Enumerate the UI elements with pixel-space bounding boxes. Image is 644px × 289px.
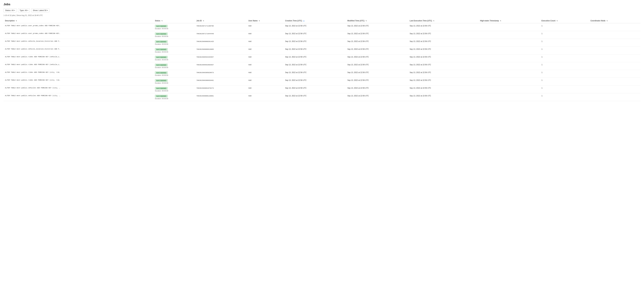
cell-job-id: 796391566305820673	[195, 70, 247, 78]
cell-highwater-timestamp	[478, 62, 540, 70]
cell-modified-time: Sep 13, 2022 at 22:56 UTC	[346, 55, 408, 62]
table-row[interactable]: ALTER TABLE movr.public.vehicles ADD FOR…	[4, 93, 640, 101]
cell-highwater-timestamp	[478, 55, 540, 62]
cell-coordinator-node	[589, 70, 640, 78]
table-row[interactable]: ALTER TABLE movr.public.vehicle_location…	[4, 39, 640, 47]
cell-coordinator-node	[589, 31, 640, 39]
cell-status: SUCCEEDED Duration: 00:00:00	[154, 86, 195, 93]
type-filter-label: Type: All	[20, 9, 27, 12]
cell-description: ALTER TABLE movr.public.rides ADD FOREIG…	[4, 70, 154, 78]
col-description[interactable]: Description ⇅	[4, 19, 154, 23]
cell-execution-count: 1	[540, 31, 589, 39]
cell-description: ALTER TABLE movr.public.vehicles ADD FOR…	[4, 93, 154, 101]
cell-last-execution-time: Sep 13, 2022 at 22:56 UTC	[408, 39, 478, 47]
table-row[interactable]: ALTER TABLE movr.public.rides ADD FOREIG…	[4, 70, 640, 78]
cell-creation-time: Sep 13, 2022 at 22:56 UTC	[284, 47, 346, 55]
cell-job-id: 796391567171944449	[195, 31, 247, 39]
cell-creation-time: Sep 13, 2022 at 22:56 UTC	[284, 62, 346, 70]
cell-highwater-timestamp	[478, 31, 540, 39]
cell-status: SUCCEEDED Duration: 00:00:00	[154, 31, 195, 39]
cell-user-name: root	[247, 47, 284, 55]
cell-user-name: root	[247, 86, 284, 93]
filter-bar: Status: All ▾ Type: All ▾ Show: Latest 5…	[4, 8, 640, 12]
cell-description: ALTER TABLE movr.public.vehicles ADD FOR…	[4, 86, 154, 93]
cell-job-id: 796391566001078273	[195, 86, 247, 93]
cell-highwater-timestamp	[478, 23, 540, 31]
cell-creation-time: Sep 13, 2022 at 22:56 UTC	[284, 78, 346, 86]
col-coordinator-node[interactable]: Coordinator Node ⇅	[589, 19, 640, 23]
cell-job-id: 796391567171190785	[195, 23, 247, 31]
type-filter-chevron-icon: ▾	[28, 10, 28, 11]
col-job-id[interactable]: Job ID ⇅	[195, 19, 247, 23]
cell-status: SUCCEEDED Duration: 00:00:00	[154, 78, 195, 86]
col-execution-count[interactable]: Execution Count ⇅	[540, 19, 589, 23]
col-last-execution-time[interactable]: Last Execution Time (UTC) ⇅	[408, 19, 478, 23]
col-status[interactable]: Status ⇅	[154, 19, 195, 23]
cell-user-name: root	[247, 70, 284, 78]
col-modified-time[interactable]: Modified Time (UTC) ⇅	[346, 19, 408, 23]
sort-coordinator-icon: ⇅	[606, 20, 608, 22]
cell-coordinator-node	[589, 47, 640, 55]
cell-modified-time: Sep 13, 2022 at 22:56 UTC	[346, 86, 408, 93]
cell-last-execution-time: Sep 13, 2022 at 22:56 UTC	[408, 93, 478, 101]
cell-highwater-timestamp	[478, 70, 540, 78]
table-row[interactable]: ALTER TABLE movr.public.rides ADD FOREIG…	[4, 78, 640, 86]
cell-description: ALTER TABLE movr.public.user_promo_codes…	[4, 31, 154, 39]
sort-description-icon: ⇅	[16, 20, 17, 22]
cell-job-id: 796391566906916865	[195, 47, 247, 55]
cell-modified-time: Sep 13, 2022 at 22:56 UTC	[346, 93, 408, 101]
cell-user-name: root	[247, 55, 284, 62]
cell-job-id: 796391566562983937	[195, 62, 247, 70]
sort-execcount-icon: ⇅	[556, 20, 558, 22]
sort-lastexec-icon: ⇅	[433, 20, 434, 22]
cell-modified-time: Sep 13, 2022 at 22:56 UTC	[346, 70, 408, 78]
cell-execution-count: 1	[540, 93, 589, 101]
sort-highwater-icon: ⇅	[500, 20, 501, 22]
cell-description: ALTER TABLE movr.public.rides ADD FOREIG…	[4, 62, 154, 70]
cell-last-execution-time: Sep 13, 2022 at 22:56 UTC	[408, 31, 478, 39]
show-filter-chevron-icon: ▾	[47, 10, 48, 11]
cell-user-name: root	[247, 62, 284, 70]
cell-modified-time: Sep 13, 2022 at 22:56 UTC	[346, 47, 408, 55]
cell-modified-time: Sep 13, 2022 at 22:56 UTC	[346, 31, 408, 39]
cell-job-id: 796391566564294657	[195, 55, 247, 62]
type-filter[interactable]: Type: All ▾	[18, 8, 30, 12]
cell-creation-time: Sep 13, 2022 at 22:56 UTC	[284, 31, 346, 39]
cell-status: SUCCEEDED Duration: 00:00:00	[154, 47, 195, 55]
cell-execution-count: 1	[540, 23, 589, 31]
cell-execution-count: 1	[540, 62, 589, 70]
table-row[interactable]: ALTER TABLE movr.public.user_promo_codes…	[4, 31, 640, 39]
cell-user-name: root	[247, 23, 284, 31]
sort-username-icon: ⇅	[259, 20, 260, 22]
table-row[interactable]: ALTER TABLE movr.public.rides ADD FOREIG…	[4, 62, 640, 70]
cell-modified-time: Sep 13, 2022 at 22:56 UTC	[346, 78, 408, 86]
cell-coordinator-node	[589, 93, 640, 101]
cell-last-execution-time: Sep 13, 2022 at 22:56 UTC	[408, 86, 478, 93]
jobs-page: Jobs Status: All ▾ Type: All ▾ Show: Lat…	[0, 0, 644, 104]
cell-creation-time: Sep 13, 2022 at 22:56 UTC	[284, 70, 346, 78]
table-row[interactable]: ALTER TABLE movr.public.user_promo_codes…	[4, 23, 640, 31]
cell-creation-time: Sep 13, 2022 at 22:56 UTC	[284, 23, 346, 31]
status-filter[interactable]: Status: All ▾	[4, 8, 16, 12]
show-filter[interactable]: Show: Latest 50 ▾	[31, 8, 50, 12]
cell-description: ALTER TABLE movr.public.user_promo_codes…	[4, 23, 154, 31]
cell-creation-time: Sep 13, 2022 at 22:56 UTC	[284, 39, 346, 47]
cell-last-execution-time: Sep 13, 2022 at 22:56 UTC	[408, 55, 478, 62]
table-row[interactable]: ALTER TABLE movr.public.vehicles ADD FOR…	[4, 86, 640, 93]
cell-status: SUCCEEDED Duration: 00:00:00	[154, 55, 195, 62]
cell-highwater-timestamp	[478, 78, 540, 86]
table-row[interactable]: ALTER TABLE movr.public.rides ADD FOREIG…	[4, 55, 640, 62]
col-creation-time[interactable]: Creation Time (UTC) ▲	[284, 19, 346, 23]
cell-description: ALTER TABLE movr.public.vehicle_location…	[4, 47, 154, 55]
cell-status: SUCCEEDED Duration: 00:00:00	[154, 39, 195, 47]
cell-last-execution-time: Sep 13, 2022 at 22:56 UTC	[408, 62, 478, 70]
meta-info: 1-10 of 10 jobs | Since Aug 31, 2022 at …	[4, 14, 640, 17]
cell-execution-count: 1	[540, 86, 589, 93]
table-row[interactable]: ALTER TABLE movr.public.vehicle_location…	[4, 47, 640, 55]
col-highwater-timestamp[interactable]: High-water Timestamp ⇅	[478, 19, 540, 23]
sort-jobid-icon: ⇅	[203, 20, 204, 22]
cell-execution-count: 1	[540, 47, 589, 55]
jobs-table: Description ⇅ Status ⇅ Job ID ⇅ User Nam…	[4, 19, 640, 101]
col-user-name[interactable]: User Name ⇅	[247, 19, 284, 23]
cell-modified-time: Sep 13, 2022 at 22:56 UTC	[346, 23, 408, 31]
